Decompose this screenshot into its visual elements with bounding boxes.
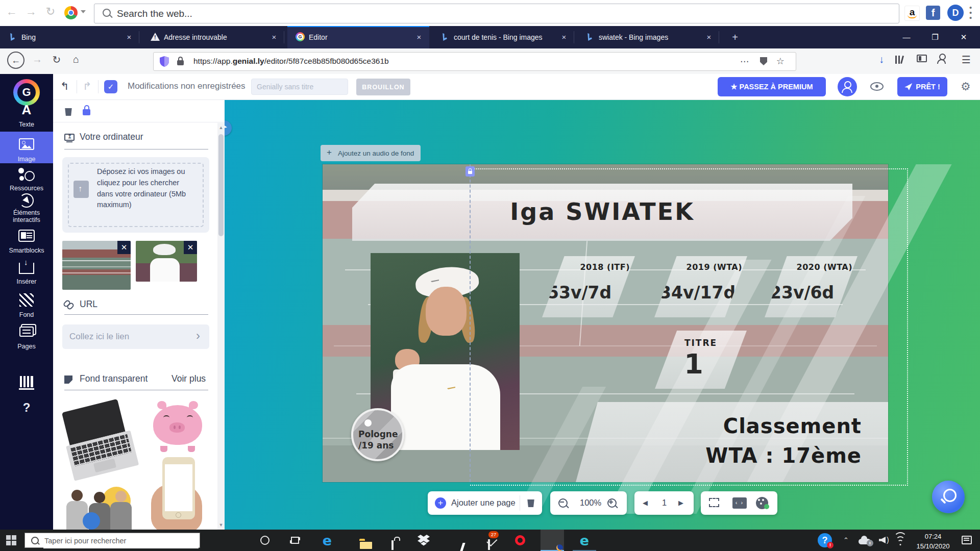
palette-icon[interactable]	[756, 497, 768, 509]
page-actions-icon[interactable]: ⋯	[740, 56, 749, 67]
web-search-input[interactable]	[116, 4, 884, 23]
sidebar-item-help[interactable]: ?	[0, 400, 53, 419]
tab-court-de-tenis[interactable]: court de tenis - Bing images ×	[432, 26, 574, 48]
stock-image-laptop[interactable]	[62, 399, 139, 481]
internet-explorer-button[interactable]: e	[573, 530, 596, 551]
tab-close-icon[interactable]: ×	[124, 32, 134, 42]
app-purple-button[interactable]	[444, 530, 468, 551]
dropbox-button[interactable]	[412, 530, 435, 551]
account-icon[interactable]	[936, 53, 947, 64]
d-search-icon[interactable]: D	[947, 5, 964, 21]
uploaded-image-courts[interactable]: ✕	[62, 241, 131, 290]
undo-icon[interactable]: ↰	[60, 80, 69, 92]
tab-close-icon[interactable]: ×	[559, 32, 569, 42]
clock[interactable]: 07:24 15/10/2020	[912, 532, 954, 551]
scrollbar-thumb[interactable]	[218, 134, 224, 236]
toolbar-back-icon[interactable]: ←	[4, 5, 19, 18]
tracking-shield-icon[interactable]	[160, 56, 169, 67]
tray-chevron-icon[interactable]: ⌃	[843, 530, 849, 551]
sidebar-item-inserer[interactable]: Insérer	[0, 259, 53, 286]
help-tray-icon[interactable]: ?	[818, 533, 832, 547]
tab-bing[interactable]: Bing ×	[0, 26, 139, 48]
split-view-icon[interactable]: ‹ ›	[732, 497, 747, 509]
slide-title-block[interactable]: Iga SWIATEK	[352, 184, 852, 241]
slide[interactable]: Iga SWIATEK 2018 (ITF) 53v/7d 2019 (WTA)…	[323, 164, 888, 482]
delete-icon[interactable]	[64, 108, 72, 116]
window-close-button[interactable]: ✕	[949, 26, 978, 48]
tab-adresse-introuvable[interactable]: Adresse introuvable ×	[142, 26, 284, 48]
toolbar-reload-icon[interactable]: ↻	[43, 5, 58, 18]
sidebar-item-texte[interactable]: A Texte	[0, 102, 53, 128]
taskbar-search-input[interactable]	[43, 533, 199, 548]
sidebar-item-ressources[interactable]: Ressources	[0, 166, 53, 192]
bookmark-shield-icon[interactable]	[760, 57, 767, 65]
ranking-block[interactable]: Classement WTA : 17ème	[576, 402, 888, 482]
web-search-box[interactable]	[94, 4, 899, 23]
onedrive-icon[interactable]	[859, 539, 871, 544]
firefox-button[interactable]	[541, 530, 564, 551]
taskbar-search-box[interactable]	[24, 533, 200, 548]
preview-eye-icon[interactable]	[870, 82, 884, 91]
settings-gear-icon[interactable]: ⚙	[961, 80, 971, 93]
editor-canvas[interactable]: Ajoutez un audio de fond Iga SWIATEK	[225, 100, 980, 530]
stock-image-hand-phone[interactable]	[148, 457, 208, 530]
new-tab-button[interactable]: +	[729, 31, 741, 43]
file-explorer-button[interactable]	[348, 530, 371, 551]
home-button[interactable]: ⌂	[68, 54, 84, 65]
stock-image-people[interactable]	[62, 486, 137, 530]
remove-image-icon[interactable]: ✕	[184, 241, 197, 254]
collaborators-button[interactable]	[838, 77, 857, 96]
add-page-icon[interactable]: +	[435, 497, 446, 509]
forward-button[interactable]: →	[30, 54, 45, 65]
premium-button[interactable]: ★ PASSEZ À PREMIUM	[718, 77, 826, 96]
window-minimize-button[interactable]: —	[892, 26, 921, 48]
tab-swiatek[interactable]: swiatek - Bing images ×	[577, 26, 719, 48]
redo-icon[interactable]: ↱	[83, 80, 92, 92]
image-dropzone[interactable]: Déposez ici vos images ou cliquez pour l…	[62, 157, 209, 233]
next-page-icon[interactable]: ▶	[678, 499, 683, 507]
lock-icon[interactable]	[83, 109, 90, 115]
zoom-in-icon[interactable]	[607, 498, 617, 508]
add-page-button[interactable]: Ajouter une page	[451, 498, 516, 508]
chevron-right-icon[interactable]: ›	[196, 329, 200, 343]
wifi-icon[interactable]	[894, 536, 906, 545]
remove-image-icon[interactable]: ✕	[117, 241, 131, 254]
back-button[interactable]: ←	[7, 52, 24, 69]
sidebar-item-pages[interactable]: Pages	[0, 324, 53, 350]
facebook-icon[interactable]: f	[926, 6, 940, 20]
scroll-down-icon[interactable]: ▼	[217, 522, 225, 528]
mail-button[interactable]: 27	[476, 530, 500, 551]
downloads-icon[interactable]: ↓	[874, 54, 889, 65]
cortana-button[interactable]	[253, 530, 277, 551]
sidebar-item-smartblocks[interactable]: Smartblocks	[0, 228, 53, 255]
tab-close-icon[interactable]: ×	[414, 32, 424, 42]
autosave-checkbox[interactable]: ✓	[104, 80, 117, 93]
ready-button[interactable]: PRÊT !	[897, 77, 947, 96]
uploaded-image-swiatek[interactable]: ✕	[136, 241, 197, 282]
grid-frame-icon[interactable]	[709, 498, 719, 507]
locked-element-icon[interactable]	[465, 166, 475, 177]
sidebar-toggle-icon[interactable]	[917, 55, 927, 62]
genially-title-input[interactable]	[251, 79, 348, 95]
pushpin-icon[interactable]	[225, 120, 232, 136]
amazon-icon[interactable]: a	[904, 6, 920, 21]
country-badge[interactable]: Pologne /19 ans	[351, 408, 404, 461]
url-bar[interactable]: https://app.genial.ly/editor/5f87ce8b85f…	[153, 52, 796, 71]
sidebar-item-elements-interactifs[interactable]: Éléments interactifs	[0, 192, 53, 225]
help-chat-button[interactable]	[932, 481, 965, 513]
edge-button[interactable]: e	[315, 530, 339, 551]
notification-center-icon[interactable]	[962, 536, 972, 544]
menu-icon[interactable]: ☰	[959, 54, 974, 66]
kebab-menu-icon[interactable]: •••	[969, 5, 972, 20]
browser-ball-icon[interactable]	[64, 6, 78, 19]
store-button[interactable]	[380, 530, 403, 551]
sidebar-item-image[interactable]: Image	[0, 132, 53, 163]
reload-button[interactable]: ↻	[49, 54, 64, 66]
volume-icon[interactable]	[879, 537, 886, 543]
stock-image-piggy-bank[interactable]	[150, 400, 207, 453]
see-more-link[interactable]: Voir plus	[172, 373, 206, 384]
lock-icon[interactable]	[177, 60, 184, 65]
task-view-button[interactable]	[283, 530, 307, 551]
library-icon[interactable]	[894, 54, 905, 66]
prev-page-icon[interactable]: ◀	[643, 499, 648, 507]
